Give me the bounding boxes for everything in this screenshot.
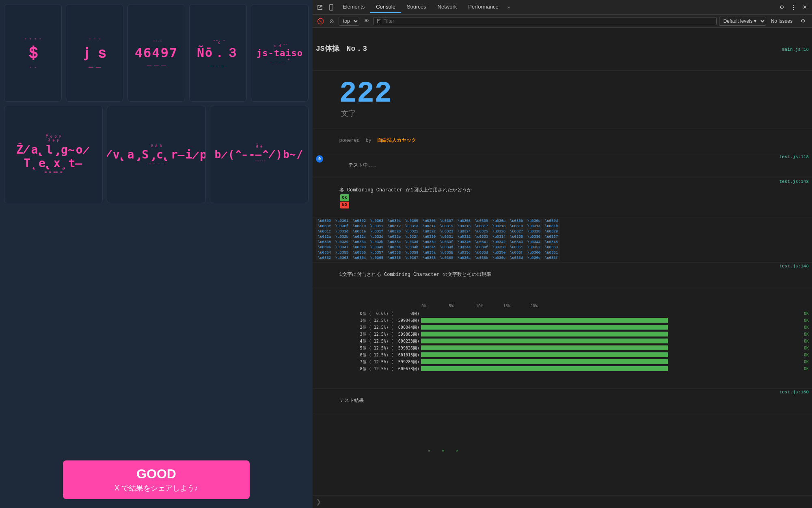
powered-by-text: powered by 面白法人カヤック <box>339 138 417 143</box>
devtools-settings-icon[interactable]: ⚙ <box>776 2 788 13</box>
console-entry-title: JS体操 No．3 main.js:16 <box>313 28 812 71</box>
card-javascript: v̈ ã ã J̤a̸v̢a̡S̡c̢r̶i̷p̢t̷ = = = = <box>107 106 205 203</box>
combining-label: 各 Combining Character が1回以上使用されたかどうか <box>339 187 472 193</box>
unicode-grid: \u0300\u0301\u0302\u0303\u0304\u0305\u03… <box>316 219 809 261</box>
passed-label: PASSED <box>605 492 697 495</box>
console-content[interactable]: JS体操 No．3 main.js:16 222 文字 powered by 面… <box>313 28 812 495</box>
card-dollar: ⁺ ˢ ˢ ⁺ ＄ ₊ ₊ <box>4 4 62 102</box>
big-number: 222 <box>339 77 392 111</box>
card-no3: ̃ ̃ c ̃ Ñō．３ ̲ ̲ ̲ <box>189 4 247 102</box>
eye-icon[interactable]: 👁 <box>362 17 371 26</box>
card-jstaiso-text: u d ̃ ̃ js-taiso ̲ ̲̲ ̲̲ * <box>257 44 303 62</box>
number-unit: 文字 <box>341 110 356 118</box>
devtools-icon-inspect[interactable] <box>314 2 326 13</box>
tab-network[interactable]: Network <box>432 1 463 13</box>
console-entry-result: テスト結果 test.js:160 <box>313 389 812 413</box>
prompt-arrow: ❯ <box>316 498 321 506</box>
test-running-content: テスト中... <box>325 154 776 176</box>
result-content: テスト結果 <box>316 390 776 412</box>
chart-title-content: 1文字に付与される Combining Character の文字数とその出現率 <box>316 264 776 286</box>
devtools-close-icon[interactable]: ✕ <box>799 2 810 13</box>
card-face-text: d̃ ẽ b̷(^̵-̶^̸)b̴/ ̃ ̃ ̃ ̃ ̃ <box>215 144 304 165</box>
bottom-area: GOOD X で結果をシェアしよう♪ <box>4 455 309 504</box>
chart-title-text: 1文字に付与される Combining Character の文字数とその出現率 <box>339 272 491 278</box>
devtools-panel: Elements Console Sources Network Perform… <box>313 0 812 508</box>
card-number: ̃ ̃ ̃ ̃ 46497 __ __ __ <box>127 4 185 102</box>
card-row-1: ⁺ ˢ ˢ ⁺ ＄ ₊ ₊ ˜ ˜ ˜ ｊｓ __ __ ̃ ̃ ̃ ̃ 464… <box>4 4 309 102</box>
card-row-2: T̃ ṽ v̈ r̃ f̃ r̃ r̃ Ẑ̸a̢l̡g̴o̷ T̨e̢x̧t̶ … <box>4 106 309 203</box>
result-link[interactable]: test.js:160 <box>776 390 809 395</box>
good-button[interactable]: GOOD X で結果をシェアしよう♪ <box>63 460 250 499</box>
console-entry-unicode-grid: \u0300\u0301\u0302\u0303\u0304\u0305\u03… <box>313 217 812 263</box>
tab-more[interactable]: » <box>504 2 514 13</box>
left-panel: ⁺ ˢ ˢ ⁺ ＄ ₊ ₊ ˜ ˜ ˜ ｊｓ __ __ ̃ ̃ ̃ ̃ 464… <box>0 0 313 508</box>
no-issues-label: No Issues <box>769 17 795 25</box>
card-no3-text: ̃ ̃ c ̃ Ñō．３ ̲ ̲ ̲ <box>197 40 239 66</box>
tab-performance[interactable]: Performance <box>462 1 504 13</box>
passed-content: ᵃ ᵐ ᵒ PASSED ≡ ≡ ≡ <box>316 415 809 495</box>
card-number-text: ̃ ̃ ̃ ̃ 46497 __ __ __ <box>135 41 178 65</box>
test-badge-ok: OK <box>340 194 349 201</box>
card-js: ˜ ˜ ˜ ｊｓ __ __ <box>66 4 123 102</box>
no-filter-icon[interactable]: ⊘ <box>327 17 336 26</box>
circle-9-icon: 9 <box>316 155 323 163</box>
combining-content: 各 Combining Character が1回以上使用されたかどうか OK … <box>316 179 776 216</box>
card-dollar-text: ⁺ ˢ ˢ ⁺ ＄ ₊ ₊ <box>24 37 41 69</box>
filter-area: ⚿ <box>373 17 717 25</box>
card-face: d̃ ẽ b̷(^̵-̶^̸)b̴/ ̃ ̃ ̃ ̃ ̃ <box>210 106 309 203</box>
devtools-dots-icon[interactable]: ⋮ <box>788 2 799 13</box>
entry-number-content: 222 文字 <box>316 72 809 127</box>
bar-chart: 0%5%10%15%20%0個 ( 0.0%) ( 0回)OK1個 ( 12.5… <box>316 303 809 372</box>
card-zalgo: T̃ ṽ v̈ r̃ f̃ r̃ r̃ Ẑ̸a̢l̡g̴o̷ T̨e̢x̧t̶ … <box>4 106 103 203</box>
card-javascript-text: v̈ ã ã J̤a̸v̢a̡S̡c̢r̶i̷p̢t̷ = = = = <box>107 144 205 165</box>
console-entry-axis: 0%5%10%15%20%0個 ( 0.0%) ( 0回)OK1個 ( 12.5… <box>313 287 812 389</box>
clear-console-icon[interactable]: 🚫 <box>316 17 325 26</box>
svg-point-1 <box>331 9 331 9</box>
good-button-sub: X で結果をシェアしよう♪ <box>87 483 225 493</box>
left-spacer <box>4 207 309 451</box>
passed-area: ᵃ ᵐ ᵒ PASSED ≡ ≡ ≡ <box>316 429 809 495</box>
card-js-text: ˜ ˜ ˜ ｊｓ __ __ <box>78 39 111 67</box>
result-label: テスト結果 <box>339 398 364 404</box>
main-js-link[interactable]: main.js:16 <box>779 46 809 53</box>
card-zalgo-text: T̃ ṽ v̈ r̃ f̃ r̃ r̃ Ẑ̸a̢l̡g̴o̷ T̨e̢x̧t̶ … <box>4 135 102 174</box>
test-badge-9: 9 <box>316 155 323 163</box>
console-toolbar: 🚫 ⊘ top 👁 ⚿ Default levels ▾ No Issues ⚙ <box>313 15 812 28</box>
test-running-text: テスト中... <box>348 163 377 168</box>
entry-title-content: JS体操 No．3 main.js:16 <box>316 29 809 69</box>
issues-settings-icon[interactable]: ⚙ <box>797 15 809 27</box>
console-entry-powered: powered by 面白法人カヤック <box>313 128 812 153</box>
good-button-label: GOOD <box>136 467 176 481</box>
console-entry-chart-title: 1文字に付与される Combining Character の文字数とその出現率… <box>313 263 812 287</box>
console-title: JS体操 No．3 <box>316 43 367 54</box>
filter-icon: ⚿ <box>377 18 382 24</box>
console-entry-test-running: 9 テスト中... test.js:118 <box>313 153 812 178</box>
devtools-icon-device[interactable] <box>326 2 337 13</box>
console-entry-combining: 各 Combining Character が1回以上使用されたかどうか OK … <box>313 178 812 217</box>
passed-display: ᵃ ᵐ ᵒ PASSED ≡ ≡ ≡ <box>428 433 698 495</box>
axis-content: 0%5%10%15%20%0個 ( 0.0%) ( 0回)OK1個 ( 12.5… <box>316 289 809 387</box>
passed-text: PASSED <box>428 470 698 495</box>
devtools-tabbar: Elements Console Sources Network Perform… <box>313 0 812 15</box>
test-link-148a[interactable]: test.js:148 <box>776 179 809 184</box>
default-levels-select[interactable]: Default levels ▾ <box>719 17 766 26</box>
console-prompt[interactable]: ❯ <box>313 495 812 508</box>
test-link-118[interactable]: test.js:118 <box>776 154 809 159</box>
tab-elements[interactable]: Elements <box>337 1 370 13</box>
filter-input[interactable] <box>383 18 713 24</box>
tab-sources[interactable]: Sources <box>401 1 432 13</box>
powered-by-content: powered by 面白法人カヤック <box>316 130 809 152</box>
context-selector[interactable]: top <box>339 17 359 26</box>
console-input[interactable] <box>323 499 809 505</box>
tab-console[interactable]: Console <box>370 1 401 13</box>
console-entry-passed: ᵃ ᵐ ᵒ PASSED ≡ ≡ ≡ <box>313 413 812 495</box>
card-jstaiso: u d ̃ ̃ js-taiso ̲ ̲̲ ̲̲ * <box>251 4 309 102</box>
chart-link[interactable]: test.js:148 <box>776 264 809 269</box>
test-badge-no: NO <box>340 202 349 208</box>
console-entry-number: 222 文字 <box>313 71 812 128</box>
